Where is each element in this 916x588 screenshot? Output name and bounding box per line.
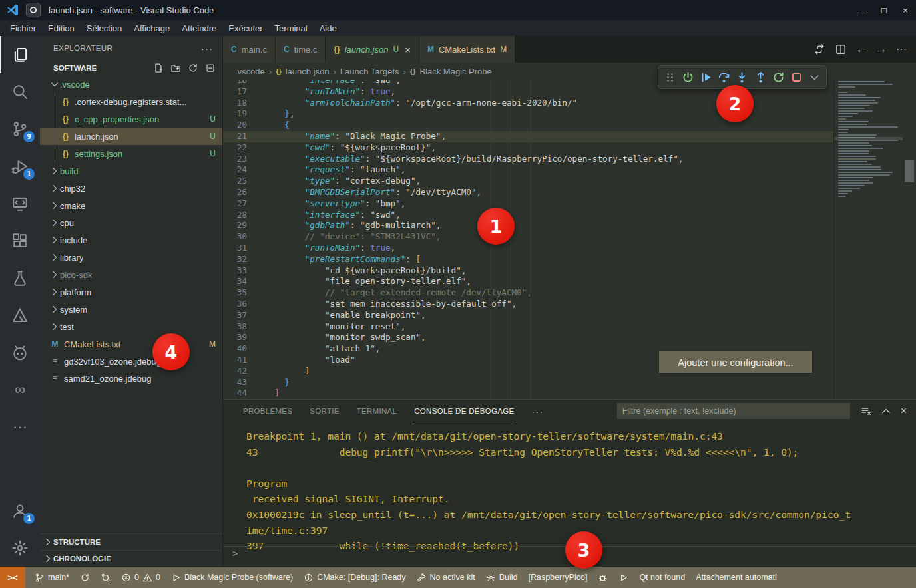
more-actions-icon[interactable]: ··· <box>896 43 907 55</box>
debug-chevron-down-icon[interactable] <box>807 69 822 86</box>
tree-item-chip32[interactable]: chip32 <box>40 180 222 197</box>
explorer-more-icon[interactable]: ··· <box>201 43 213 54</box>
close-button[interactable]: × <box>895 0 916 20</box>
status-play-icon[interactable] <box>613 573 634 583</box>
menu-affichage[interactable]: Affichage <box>128 21 176 35</box>
explorer-section-software[interactable]: SOFTWARE <box>40 60 222 76</box>
new-file-icon[interactable] <box>153 63 164 73</box>
panel-more-icon[interactable]: ··· <box>531 406 543 417</box>
tree-item--vscode[interactable]: .vscode <box>40 76 222 93</box>
activity-remote-explorer-icon[interactable] <box>0 185 40 222</box>
tree-item-cmake[interactable]: cmake <box>40 197 222 214</box>
tab-cmakelists-txt[interactable]: MCMakeLists.txtM <box>419 36 515 63</box>
activity-settings-gear-icon[interactable] <box>0 529 40 567</box>
status-no-active-kit[interactable]: No active kit <box>411 573 481 583</box>
status-sync-icon[interactable] <box>75 573 95 583</box>
sidebar-section-structure[interactable]: STRUCTURE <box>40 533 222 550</box>
status-build[interactable]: Build <box>481 573 523 583</box>
tree-item-c-cpp-properties-json[interactable]: {}c_cpp_properties.jsonU <box>40 110 222 128</box>
activity-search-icon[interactable] <box>0 73 40 110</box>
status-0[interactable]: 00 <box>116 573 166 583</box>
tree-item-platform[interactable]: platform <box>40 283 222 301</box>
activity-account-icon[interactable]: 1 <box>0 492 40 529</box>
menu-atteindre[interactable]: Atteindre <box>176 21 222 35</box>
tree-item-launch-json[interactable]: {}launch.jsonU <box>40 128 222 145</box>
editor-scrollbar[interactable] <box>903 80 916 399</box>
activity-files-icon[interactable] <box>0 36 40 73</box>
activity-cmake-icon[interactable] <box>0 297 40 334</box>
tree-item-cmakelists-txt[interactable]: MCMakeLists.txtM <box>40 335 222 353</box>
activity-extensions-icon[interactable] <box>0 222 40 259</box>
tab-main-c[interactable]: Cmain.c <box>223 36 276 63</box>
activity-source-control-icon[interactable]: 9 <box>0 110 40 148</box>
status--raspberrypico-[interactable]: [RaspberryPico] <box>523 573 592 582</box>
code-editor[interactable]: 16 "interface": "swd",17 "runToMain": tr… <box>223 80 916 399</box>
status-black-magic-probe-software-[interactable]: Black Magic Probe (software) <box>166 573 298 583</box>
tree-item-system[interactable]: system <box>40 301 222 318</box>
panel-tab-console-de-d-bogage[interactable]: CONSOLE DE DÉBOGAGE <box>414 400 514 422</box>
menu-aide[interactable]: Aide <box>314 21 343 35</box>
maximize-button[interactable]: □ <box>873 0 895 20</box>
activity-more-icon[interactable]: ··· <box>0 408 40 446</box>
status-attachement-automati[interactable]: Attachement automati <box>690 573 782 582</box>
panel-tab-sortie[interactable]: SORTIE <box>310 400 339 422</box>
tree-item--cortex-debug-registers-stat-[interactable]: {}.cortex-debug.registers.stat... <box>40 93 222 110</box>
status-bug-icon[interactable] <box>592 573 613 583</box>
activity-platformio-icon[interactable] <box>0 334 40 371</box>
close-icon[interactable]: × <box>405 44 411 55</box>
debug-step-out-icon[interactable] <box>753 69 768 86</box>
breadcrumb-item[interactable]: .vscode <box>235 67 265 76</box>
scrollbar-handle[interactable] <box>905 160 914 182</box>
breadcrumb-item[interactable]: Launch Targets <box>340 67 399 76</box>
menu-sélection[interactable]: Sélection <box>81 21 128 35</box>
tree-item-library[interactable]: library <box>40 249 222 266</box>
split-editor-icon[interactable] <box>835 43 847 55</box>
debug-drag-grip-icon[interactable] <box>662 69 678 86</box>
menu-fichier[interactable]: Fichier <box>4 21 42 35</box>
minimap[interactable] <box>833 80 903 399</box>
close-panel-icon[interactable]: × <box>901 405 907 417</box>
remote-window-indicator[interactable]: >< <box>0 567 25 588</box>
add-configuration-button[interactable]: Ajouter une configuration... <box>659 351 812 373</box>
tree-item-settings-json[interactable]: {}settings.jsonU <box>40 145 222 162</box>
debug-restart-icon[interactable] <box>771 69 786 86</box>
menu-exécuter[interactable]: Exécuter <box>222 21 268 35</box>
breadcrumb-item[interactable]: Black Magic Probe <box>419 67 491 76</box>
tree-item-samd21-ozone-jdebug[interactable]: ≡samd21_ozone.jdebug <box>40 370 222 387</box>
maximize-panel-icon[interactable] <box>881 406 891 416</box>
tree-item-cpu[interactable]: cpu <box>40 214 222 231</box>
debug-stop-icon[interactable] <box>789 69 804 86</box>
open-changes-icon[interactable] <box>813 43 825 55</box>
status-git-compare-icon[interactable] <box>95 573 116 583</box>
menu-edition[interactable]: Edition <box>42 21 81 35</box>
panel-tab-probl-mes[interactable]: PROBLÈMES <box>243 400 292 422</box>
filter-input[interactable] <box>617 403 850 419</box>
minimize-button[interactable]: — <box>852 0 873 20</box>
tree-item-include[interactable]: include <box>40 231 222 249</box>
tab-time-c[interactable]: Ctime.c <box>276 36 326 63</box>
status-qt-not-found[interactable]: Qt not found <box>634 573 690 582</box>
status-cmake-debug-ready[interactable]: CMake: [Debug]: Ready <box>298 573 411 583</box>
breadcrumb-item[interactable]: launch.json <box>286 67 330 76</box>
new-folder-icon[interactable] <box>170 63 181 73</box>
debug-step-into-icon[interactable] <box>734 69 750 86</box>
tree-item-gd32vf103-ozone-jdebug[interactable]: ≡gd32vf103_ozone.jdebug <box>40 353 222 370</box>
sidebar-section-chronologie[interactable]: CHRONOLOGIE <box>40 550 222 567</box>
status-main-[interactable]: main* <box>29 573 75 583</box>
arrow-right-icon[interactable]: → <box>876 43 887 55</box>
debug-step-over-icon[interactable] <box>716 69 732 86</box>
tree-item-build[interactable]: build <box>40 162 222 180</box>
arrow-left-icon[interactable]: ← <box>856 43 867 55</box>
refresh-icon[interactable] <box>188 63 198 73</box>
activity-testing-icon[interactable] <box>0 259 40 297</box>
clear-console-icon[interactable] <box>861 406 871 416</box>
collapse-folders-icon[interactable] <box>205 63 216 73</box>
activity-run-debug-icon[interactable]: 1 <box>0 148 40 185</box>
debug-continue-icon[interactable] <box>698 69 714 86</box>
tree-item-test[interactable]: test <box>40 318 222 335</box>
menu-terminal[interactable]: Terminal <box>269 21 314 35</box>
tree-item-pico-sdk[interactable]: pico-sdk <box>40 266 222 283</box>
tab-launch-json[interactable]: {}launch.jsonU× <box>326 36 419 63</box>
panel-tab-terminal[interactable]: TERMINAL <box>357 400 397 422</box>
debug-power-icon[interactable] <box>680 69 696 86</box>
